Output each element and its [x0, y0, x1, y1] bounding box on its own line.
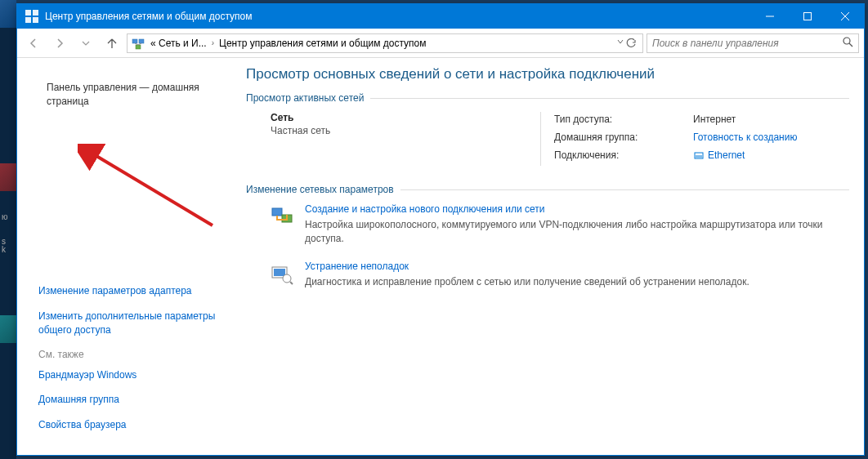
svg-rect-9 — [139, 39, 144, 43]
maximize-button[interactable] — [789, 4, 826, 29]
task-troubleshoot: Устранение неполадок Диагностика и испра… — [246, 261, 849, 289]
network-type: Частная сеть — [271, 125, 540, 136]
svg-line-11 — [135, 43, 138, 45]
sidebar-home-link[interactable]: Панель управления — домашняя страница — [38, 73, 226, 273]
connections-label: Подключения: — [554, 148, 693, 163]
change-settings-header: Изменение сетевых параметров — [246, 184, 849, 195]
close-button[interactable] — [826, 4, 864, 29]
minimize-button[interactable] — [751, 4, 789, 29]
svg-line-12 — [138, 43, 141, 45]
access-type-value: Интернет — [693, 112, 736, 127]
task-troubleshoot-desc: Диагностика и исправление проблем с сеть… — [305, 275, 849, 289]
ethernet-icon — [693, 150, 705, 162]
svg-point-13 — [843, 38, 850, 44]
network-block: Сеть Частная сеть Тип доступа: Интернет … — [246, 112, 849, 166]
svg-point-24 — [283, 274, 291, 283]
sidebar-adapter-settings-link[interactable]: Изменение параметров адаптера — [38, 284, 226, 298]
svg-rect-10 — [136, 45, 141, 49]
homegroup-label: Домашняя группа: — [554, 130, 693, 145]
access-type-label: Тип доступа: — [554, 112, 693, 127]
sidebar-firewall-link[interactable]: Брандмауэр Windows — [38, 368, 226, 382]
titlebar[interactable]: Центр управления сетями и общим доступом — [17, 4, 864, 29]
breadcrumb-segment-2[interactable]: Центр управления сетями и общим доступом — [217, 38, 428, 49]
svg-rect-1 — [33, 10, 38, 16]
svg-rect-3 — [33, 17, 38, 23]
address-bar: « Сеть и И... › Центр управления сетями … — [17, 29, 864, 58]
network-center-icon — [131, 36, 145, 51]
search-input[interactable] — [652, 38, 853, 49]
app-icon — [25, 10, 38, 23]
svg-rect-8 — [132, 39, 137, 43]
search-icon — [843, 37, 853, 50]
svg-line-14 — [849, 43, 852, 47]
active-networks-header: Просмотр активных сетей — [246, 92, 849, 104]
page-title: Просмотр основных сведений о сети и наст… — [246, 66, 849, 82]
task-new-connection: Создание и настройка нового подключения … — [246, 203, 849, 246]
window-title: Центр управления сетями и общим доступом — [45, 11, 751, 22]
breadcrumb-dropdown[interactable] — [614, 38, 639, 48]
svg-rect-2 — [25, 17, 31, 23]
new-connection-icon — [271, 205, 293, 228]
sidebar: Панель управления — домашняя страница Из… — [17, 58, 238, 455]
forward-button[interactable] — [48, 32, 71, 55]
task-new-connection-desc: Настройка широкополосного, коммутируемог… — [305, 218, 849, 246]
breadcrumb[interactable]: « Сеть и И... › Центр управления сетями … — [127, 33, 643, 53]
main-content: Просмотр основных сведений о сети и наст… — [238, 58, 864, 455]
back-button[interactable] — [22, 32, 45, 55]
troubleshoot-icon — [271, 262, 293, 285]
breadcrumb-segment-1[interactable]: « Сеть и И... — [149, 38, 208, 49]
connection-ethernet-link[interactable]: Ethernet — [693, 148, 745, 163]
homegroup-link[interactable]: Готовность к созданию — [693, 130, 797, 145]
sidebar-advanced-sharing-link[interactable]: Изменить дополнительные параметры общего… — [38, 310, 226, 337]
network-name: Сеть — [271, 112, 540, 123]
recent-button[interactable] — [74, 32, 97, 55]
svg-rect-23 — [274, 269, 285, 276]
sidebar-browser-properties-link[interactable]: Свойства браузера — [38, 418, 226, 432]
task-new-connection-title[interactable]: Создание и настройка нового подключения … — [305, 203, 849, 215]
search-box[interactable] — [647, 33, 859, 53]
control-panel-window: Центр управления сетями и общим доступом… — [16, 3, 865, 456]
sidebar-homegroup-link[interactable]: Домашняя группа — [38, 393, 226, 407]
up-button[interactable] — [101, 32, 123, 55]
see-also-header: См. также — [38, 349, 226, 360]
svg-rect-5 — [804, 13, 812, 20]
task-troubleshoot-title[interactable]: Устранение неполадок — [305, 261, 849, 272]
svg-rect-20 — [272, 208, 282, 216]
svg-rect-0 — [25, 10, 31, 16]
chevron-right-icon: › — [212, 38, 214, 47]
svg-line-25 — [290, 282, 293, 284]
